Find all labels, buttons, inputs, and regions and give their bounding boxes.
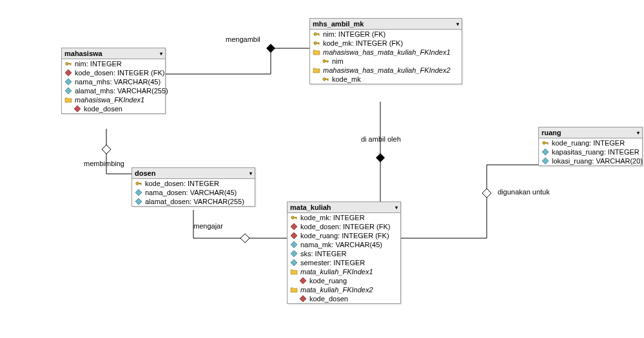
svg-point-29 [291,216,294,219]
svg-marker-3 [376,153,385,162]
field-text: kode_mk: INTEGER [300,214,365,221]
index-row: mahasiswa_has_mata_kuliah_FKIndex2 [310,66,462,75]
field-text: nim: INTEGER [75,60,122,68]
entity-mahasiswa[interactable]: mahasiswa ▾ nim: INTEGERkode_dosen: INTE… [61,48,166,114]
field-text: kode_dosen: INTEGER (FK) [75,69,164,77]
folder-icon [313,66,320,74]
svg-marker-4 [482,189,491,198]
entity-header[interactable]: mahasiswa ▾ [62,48,165,59]
field-row: kode_ruang: INTEGER [539,138,642,147]
svg-point-12 [314,33,317,35]
field-row: nama_dosen: VARCHAR(45) [132,188,255,197]
entity-body: nim: INTEGER (FK)kode_mk: INTEGER (FK)ma… [310,30,462,84]
index-row: mahasiswa_FKIndex1 [62,95,165,104]
svg-marker-34 [291,241,297,248]
svg-rect-20 [327,61,328,62]
collapse-icon[interactable]: ▾ [395,205,398,211]
field-row: kode_mk: INTEGER (FK) [310,39,462,48]
svg-marker-2 [240,234,249,243]
entity-header[interactable]: mata_kuliah ▾ [288,202,400,213]
key-icon [542,139,549,147]
entity-mata-kuliah[interactable]: mata_kuliah ▾ kode_mk: INTEGERkode_dosen… [287,202,401,304]
svg-marker-28 [135,198,142,205]
collapse-icon[interactable]: ▾ [160,51,162,57]
index-sub-text: kode_ruang [309,277,347,285]
svg-rect-26 [141,183,141,185]
field-text: nim: INTEGER (FK) [323,30,385,38]
collapse-icon[interactable]: ▾ [249,171,252,176]
key-icon [313,39,320,47]
column-diamond-icon [135,198,142,205]
collapse-icon[interactable]: ▾ [637,130,639,136]
column-diamond-icon [542,157,549,165]
svg-marker-8 [65,70,72,76]
entity-ruang[interactable]: ruang ▾ kode_ruang: INTEGERkapasitas_rua… [538,127,643,166]
field-row: nim: INTEGER [62,59,165,68]
field-row: nama_mhs: VARCHAR(45) [62,77,165,86]
index-name: mahasiswa_has_mata_kuliah_FKIndex2 [323,66,451,74]
key-icon [64,60,72,68]
svg-point-39 [543,142,545,144]
svg-marker-32 [291,223,297,230]
svg-rect-31 [296,217,297,219]
key-icon [322,75,329,83]
fk-diamond-icon [290,232,298,239]
label-mengambil: mengambil [226,35,260,43]
folder-icon [290,268,298,276]
svg-marker-1 [102,145,111,154]
field-text: kode_mk: INTEGER (FK) [323,39,403,47]
entity-header[interactable]: ruang ▾ [539,127,642,138]
svg-point-18 [323,60,326,62]
field-text: sks: INTEGER [300,250,347,258]
field-text: kode_dosen: INTEGER (FK) [300,223,390,230]
svg-point-15 [314,42,317,44]
fk-diamond-icon [64,69,72,77]
column-diamond-icon [64,87,72,95]
folder-icon [64,96,72,104]
field-row: sks: INTEGER [288,249,400,258]
field-row: kode_dosen: INTEGER (FK) [288,222,400,231]
entity-title: mhs_ambil_mk [313,20,364,28]
entity-dosen[interactable]: dosen ▾ kode_dosen: INTEGERnama_dosen: V… [132,167,255,207]
entity-header[interactable]: mhs_ambil_mk ▾ [310,19,462,30]
field-row: kode_mk: INTEGER [288,213,400,222]
folder-icon [313,48,320,56]
index-sub-row: kode_mk [310,75,462,84]
svg-rect-14 [318,33,319,35]
svg-rect-17 [318,42,319,44]
svg-marker-10 [65,88,72,94]
key-icon [135,180,142,187]
key-icon [313,30,320,38]
index-sub-text: kode_dosen [84,105,122,113]
field-row: kode_dosen: INTEGER [132,179,255,188]
entity-title: mahasiswa [64,50,102,57]
svg-marker-37 [300,277,306,284]
collapse-icon[interactable]: ▾ [456,21,459,27]
field-text: kapasitas_ruang: INTEGER [552,148,639,156]
fk-diamond-icon [299,277,307,285]
svg-point-5 [66,62,68,65]
fk-diamond-icon [299,295,307,303]
key-icon [290,214,298,221]
index-name: mata_kuliah_FKIndex1 [300,268,373,276]
svg-marker-0 [266,44,275,53]
fk-diamond-icon [73,105,81,113]
field-row: kode_dosen: INTEGER (FK) [62,68,165,77]
entity-body: nim: INTEGERkode_dosen: INTEGER (FK)nama… [62,59,165,113]
field-text: semester: INTEGER [300,259,365,267]
field-row: nim: INTEGER (FK) [310,30,462,39]
svg-rect-23 [327,79,328,80]
svg-marker-38 [300,296,306,302]
folder-icon [290,286,298,294]
entity-header[interactable]: dosen ▾ [132,168,255,179]
index-row: mata_kuliah_FKIndex1 [288,267,400,276]
column-diamond-icon [64,78,72,86]
label-membimbing: membimbing [84,160,124,167]
index-sub-text: kode_mk [332,75,361,83]
entity-body: kode_mk: INTEGERkode_dosen: INTEGER (FK)… [288,213,400,303]
svg-marker-11 [74,106,81,112]
field-text: kode_dosen: INTEGER [145,180,219,187]
label-diambil: di ambil oleh [361,135,401,143]
svg-marker-42 [542,149,549,155]
entity-mhs-ambil-mk[interactable]: mhs_ambil_mk ▾ nim: INTEGER (FK)kode_mk:… [309,18,462,84]
